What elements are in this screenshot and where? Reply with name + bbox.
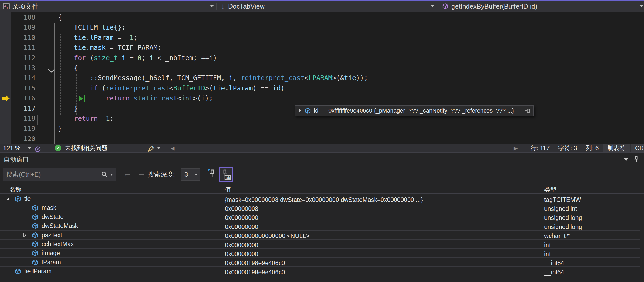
autos-row-mask[interactable]: mask0x00000008unsigned int: [0, 203, 640, 212]
cell-value[interactable]: {mask=0x00000008 dwState=0x00000000 dwSt…: [225, 195, 539, 204]
line-indicator[interactable]: 行: 117: [531, 144, 550, 152]
variable-box-icon: [32, 204, 39, 211]
search-input[interactable]: 搜索(Ctrl+E): [3, 168, 116, 181]
cell-name[interactable]: cchTextMax: [0, 240, 221, 249]
chevron-down-icon[interactable]: [431, 5, 434, 7]
statusbar-divider: [141, 145, 141, 151]
cell-name[interactable]: pszText: [0, 231, 221, 240]
cell-type: tagTCITEMW: [544, 195, 639, 204]
panel-pin-icon[interactable]: [633, 156, 640, 163]
code-line-112[interactable]: 112 for (size_t i = 0; i < _nbItem; ++i): [0, 53, 644, 63]
line-number: 120: [12, 134, 35, 144]
line-number: 113: [12, 63, 35, 73]
pin-icon[interactable]: [524, 108, 531, 114]
cell-value[interactable]: 0x00000000: [225, 241, 539, 250]
project-dropdown-label: 杂项文件: [12, 2, 39, 11]
line-number: 114: [12, 73, 35, 83]
code-line-110[interactable]: 110 tie.lParam = -1;: [0, 32, 644, 43]
zoom-selector[interactable]: 121 %: [3, 144, 31, 152]
scroll-right-icon[interactable]: ▶: [514, 144, 518, 152]
code-line-108[interactable]: 108{: [0, 12, 644, 22]
issues-indicator[interactable]: ✓ 未找到相关问题: [55, 144, 107, 152]
code-text: tie.lParam = -1;: [58, 32, 138, 43]
cell-value[interactable]: 0x00000000: [225, 213, 539, 222]
cpp-file-icon: ++: [3, 3, 10, 9]
cell-name[interactable]: tie: [0, 194, 221, 203]
autos-row-dwStateMask[interactable]: dwStateMask0x00000000unsigned long: [0, 221, 640, 230]
cell-name[interactable]: iImage: [0, 249, 221, 257]
variable-box-icon: [32, 232, 39, 239]
autos-row-pszText[interactable]: pszText0x0000000000000000 <NULL>wchar_t …: [0, 231, 640, 240]
code-line-115[interactable]: 115 if (reinterpret_cast<BufferID>(tie.l…: [0, 83, 644, 93]
variable-box-icon: [14, 195, 21, 202]
cell-type: wchar_t *: [544, 232, 639, 241]
variable-box-icon: [32, 213, 39, 221]
code-editor[interactable]: 108{109 TCITEM tie{};110 tie.lParam = -1…: [0, 12, 644, 144]
expand-right-icon[interactable]: [299, 109, 301, 113]
cell-name[interactable]: mask: [0, 203, 221, 212]
variable-name: dwStateMask: [42, 222, 78, 230]
panel-position-chevron-icon[interactable]: [624, 158, 628, 161]
chevron-down-icon[interactable]: [110, 174, 113, 176]
cell-value[interactable]: 0x00000198e9e406c0: [225, 268, 539, 277]
char-indicator[interactable]: 字符: 3: [558, 144, 577, 152]
autos-row-lParam[interactable]: lParam0x00000198e9e406c0__int64: [0, 258, 640, 267]
vs-window: ++ 杂项文件 ↓ DocTabView getIndexByBuffer(Bu…: [0, 0, 644, 282]
member-dropdown[interactable]: getIndexByBuffer(BufferID id): [442, 1, 537, 12]
forward-arrow-icon[interactable]: →: [137, 168, 146, 178]
cell-name[interactable]: lParam: [0, 258, 221, 267]
cell-value[interactable]: 0x00000198e9e406c0: [225, 259, 539, 268]
code-line-109[interactable]: 109 TCITEM tie{};: [0, 22, 644, 32]
debug-datatip[interactable]: id 0xffffffffe9e406c0 {_pManager=??? _ca…: [295, 105, 534, 116]
cell-name[interactable]: dwState: [0, 212, 221, 221]
autos-table-header: 名称 值 类型: [0, 184, 644, 194]
autos-row-tie[interactable]: tie{mask=0x00000008 dwState=0x00000000 d…: [0, 194, 640, 203]
column-header-value[interactable]: 值: [225, 186, 231, 194]
datatip-variable-name: id: [314, 107, 318, 114]
code-line-120[interactable]: 120: [0, 134, 644, 144]
chevron-down-icon[interactable]: [640, 5, 643, 7]
type-dropdown[interactable]: ↓ DocTabView: [221, 1, 265, 12]
variable-name: lParam: [42, 259, 61, 266]
cell-type: __int64: [544, 268, 639, 277]
autos-row-iImage[interactable]: iImage0x00000000int: [0, 249, 640, 257]
autos-row-dwState[interactable]: dwState0x00000000unsigned long: [0, 212, 640, 221]
cell-type: int: [544, 241, 639, 250]
column-header-name[interactable]: 名称: [9, 186, 21, 194]
line-number: 112: [12, 53, 35, 63]
expand-open-icon[interactable]: [6, 197, 9, 200]
code-line-113[interactable]: 113 {: [0, 63, 644, 73]
search-icon: [101, 171, 108, 178]
back-arrow-icon[interactable]: ←: [123, 168, 131, 178]
tabs-mode-indicator[interactable]: 制表符: [603, 144, 630, 152]
scroll-left-icon[interactable]: ◀: [171, 144, 174, 152]
cell-name[interactable]: dwStateMask: [0, 221, 221, 230]
autos-row-tie.lParam[interactable]: tie.lParam0x00000198e9e406c0__int64: [0, 267, 640, 276]
cell-value[interactable]: 0x00000000: [225, 250, 539, 259]
search-depth-select[interactable]: 3: [181, 168, 200, 181]
expand-closed-icon[interactable]: [23, 233, 26, 237]
cell-name[interactable]: tie.lParam: [0, 267, 221, 276]
panel-scrollbar[interactable]: [640, 184, 640, 282]
column-header-type[interactable]: 类型: [544, 186, 556, 194]
col-indicator[interactable]: 列: 6: [586, 144, 599, 152]
eol-indicator[interactable]: CR: [631, 144, 644, 152]
cell-value[interactable]: 0x0000000000000000 <NULL>: [225, 232, 539, 241]
chevron-down-icon[interactable]: [210, 5, 214, 7]
cell-type: __int64: [544, 259, 639, 268]
code-line-114[interactable]: 114 ::SendMessage(_hSelf, TCM_GETITEM, i…: [0, 73, 644, 83]
cell-value[interactable]: 0x00000008: [225, 204, 539, 213]
navbar-divider: [437, 3, 437, 10]
pin-to-source-icon[interactable]: [207, 168, 216, 179]
code-text: if (reinterpret_cast<BufferID>(tie.lPara…: [58, 83, 285, 93]
cell-value[interactable]: 0x00000000: [225, 222, 539, 231]
autos-row-cchTextMax[interactable]: cchTextMax0x00000000int: [0, 240, 640, 249]
show-pinned-values-toggle[interactable]: ab: [219, 167, 233, 182]
project-dropdown[interactable]: ++ 杂项文件: [3, 1, 39, 12]
variable-name: pszText: [42, 232, 62, 239]
search-depth-value: 3: [184, 171, 188, 178]
chevron-down-icon[interactable]: [157, 147, 160, 149]
code-line-111[interactable]: 111 tie.mask = TCIF_PARAM;: [0, 42, 644, 53]
code-line-116[interactable]: 116 return static_cast<int>(i);: [0, 93, 644, 103]
check-circle-icon: ✓: [55, 145, 61, 151]
